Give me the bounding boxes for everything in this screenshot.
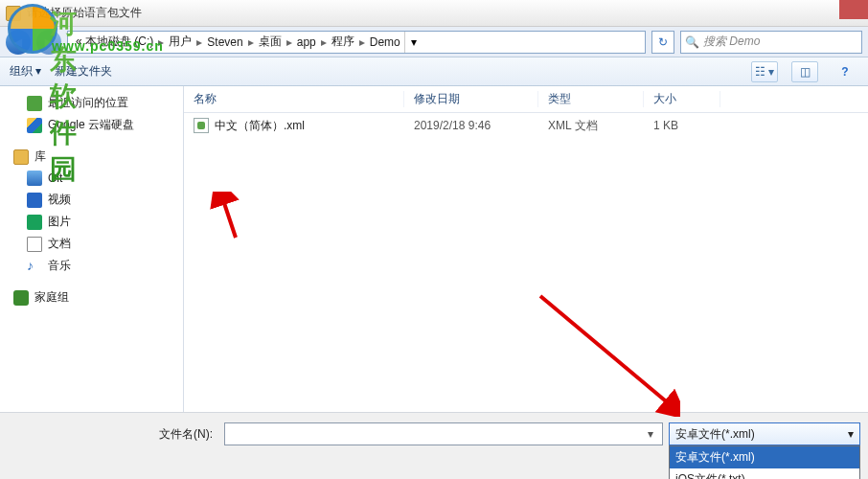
git-icon [27, 171, 42, 186]
column-headers: 名称 修改日期 类型 大小 [184, 86, 868, 113]
new-folder-button[interactable]: 新建文件夹 [55, 63, 112, 80]
breadcrumb-item[interactable]: Demo [366, 35, 404, 49]
file-list: 名称 修改日期 类型 大小 中文（简体）.xml 2019/2/18 9:46 … [184, 86, 868, 412]
filetype-option[interactable]: 安卓文件(*.xml) [670, 446, 859, 468]
file-type: XML 文档 [538, 118, 644, 134]
chevron-right-icon: ▸ [286, 35, 293, 49]
breadcrumb[interactable]: « 本地磁盘 (C:) ▸ 用户 ▸ Steven ▸ 桌面 ▸ app ▸ 程… [67, 31, 646, 54]
filetype-selected: 安卓文件(*.xml) [675, 426, 755, 443]
organize-menu[interactable]: 组织 ▾ [10, 63, 41, 80]
chevron-right-icon: ▸ [157, 35, 165, 49]
toolbar: 组织 ▾ 新建文件夹 ☷ ▾ ◫ ? [0, 57, 868, 86]
sidebar-item-homegroup[interactable]: 家庭组 [4, 286, 179, 308]
main-area: 最近访问的位置 Google 云端硬盘 库 Git 视频 图片 文档 ♪音乐 家… [0, 86, 868, 412]
filetype-options: 安卓文件(*.xml) iOS文件(*.txt) [669, 445, 860, 479]
breadcrumb-item[interactable]: 用户 [165, 34, 195, 50]
nav-back-button[interactable]: ◄ [6, 30, 31, 55]
search-input[interactable]: 🔍 搜索 Demo [680, 31, 862, 54]
video-icon [27, 193, 42, 208]
column-date[interactable]: 修改日期 [404, 91, 538, 107]
window-title: 请选择原始语言包文件 [27, 5, 142, 21]
chevron-right-icon: ▸ [358, 35, 366, 49]
file-size: 1 KB [644, 119, 720, 132]
library-icon [13, 149, 29, 165]
view-options-button[interactable]: ☷ ▾ [751, 61, 778, 82]
file-name: 中文（简体）.xml [215, 118, 305, 134]
sidebar-item-gdrive[interactable]: Google 云端硬盘 [4, 114, 179, 136]
sidebar-item-music[interactable]: ♪音乐 [4, 255, 179, 277]
breadcrumb-item[interactable]: Steven [203, 35, 246, 49]
column-type[interactable]: 类型 [538, 91, 644, 107]
filetype-dropdown[interactable]: 安卓文件(*.xml) ▾ 安卓文件(*.xml) iOS文件(*.txt) [669, 422, 860, 479]
breadcrumb-item[interactable]: 程序 [328, 34, 358, 50]
breadcrumb-item[interactable]: 桌面 [255, 34, 286, 50]
address-bar: ◄ ► « 本地磁盘 (C:) ▸ 用户 ▸ Steven ▸ 桌面 ▸ app… [0, 27, 868, 57]
preview-pane-button[interactable]: ◫ [791, 61, 818, 82]
sidebar-item-documents[interactable]: 文档 [4, 233, 179, 255]
chevron-down-icon: ▾ [848, 427, 854, 441]
search-placeholder: 搜索 Demo [703, 34, 760, 50]
documents-icon [27, 237, 42, 252]
breadcrumb-root[interactable]: « 本地磁盘 (C:) [72, 34, 157, 50]
recent-icon [27, 96, 42, 111]
sidebar-item-git[interactable]: Git [4, 168, 179, 189]
help-button[interactable]: ? [832, 61, 858, 82]
chevron-right-icon: ▸ [320, 35, 328, 49]
sidebar-item-pictures[interactable]: 图片 [4, 211, 179, 233]
gdrive-icon [27, 118, 42, 133]
sidebar-item-libraries[interactable]: 库 [4, 146, 179, 168]
breadcrumb-item[interactable]: app [293, 35, 320, 49]
homegroup-icon [13, 290, 29, 306]
chevron-right-icon: ▸ [195, 35, 203, 49]
sidebar-item-video[interactable]: 视频 [4, 189, 179, 211]
close-button[interactable] [839, 0, 868, 19]
sidebar-item-recent[interactable]: 最近访问的位置 [4, 92, 179, 114]
file-date: 2019/2/18 9:46 [404, 119, 538, 132]
filename-label: 文件名(N): [8, 422, 218, 443]
search-icon: 🔍 [685, 35, 699, 49]
pictures-icon [27, 215, 42, 230]
xml-file-icon [194, 118, 209, 133]
filename-input[interactable]: ▾ [224, 422, 663, 445]
nav-forward-button[interactable]: ► [36, 30, 61, 55]
column-name[interactable]: 名称 [184, 91, 404, 107]
sidebar: 最近访问的位置 Google 云端硬盘 库 Git 视频 图片 文档 ♪音乐 家… [0, 86, 184, 412]
breadcrumb-dropdown[interactable]: ▾ [404, 32, 423, 53]
chevron-right-icon: ▸ [247, 35, 255, 49]
window-icon [6, 6, 21, 21]
music-icon: ♪ [27, 259, 42, 274]
refresh-button[interactable]: ↻ [651, 31, 674, 54]
filetype-option[interactable]: iOS文件(*.txt) [670, 468, 859, 479]
file-row[interactable]: 中文（简体）.xml 2019/2/18 9:46 XML 文档 1 KB [184, 113, 868, 138]
titlebar: 请选择原始语言包文件 [0, 0, 868, 27]
bottom-bar: 文件名(N): ▾ 安卓文件(*.xml) ▾ 安卓文件(*.xml) iOS文… [0, 412, 868, 479]
column-size[interactable]: 大小 [644, 91, 720, 107]
chevron-down-icon[interactable]: ▾ [643, 427, 658, 441]
